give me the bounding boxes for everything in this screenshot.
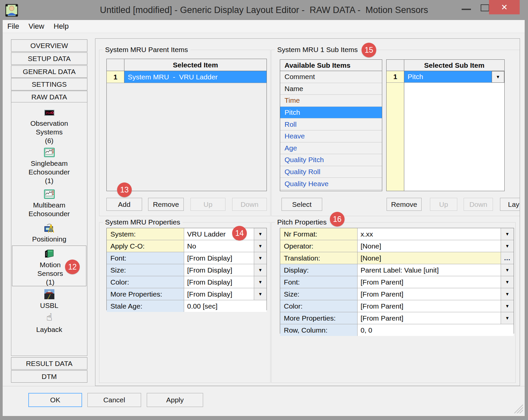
dropdown-arrow-icon[interactable]: ▼ xyxy=(501,264,514,276)
window-frame-right xyxy=(525,20,528,420)
list-item-quality-roll[interactable]: Quality Roll xyxy=(280,166,382,178)
dropdown-arrow-icon[interactable]: ▼ xyxy=(254,252,267,264)
list-item-time[interactable]: Time xyxy=(280,95,382,107)
color-value[interactable]: [From Parent] xyxy=(358,300,501,312)
dropdown-arrow-icon[interactable]: ▼ xyxy=(254,228,267,240)
dropdown-arrow-icon[interactable]: ▼ xyxy=(501,276,514,288)
positioning-icon xyxy=(44,223,55,234)
list-item-roll[interactable]: Roll xyxy=(280,118,382,130)
selected-sub-item-header: Selected Sub Item xyxy=(404,60,504,71)
list-item-heave[interactable]: Heave xyxy=(280,130,382,142)
footer-divider xyxy=(3,386,525,386)
size-value[interactable]: [From Display] xyxy=(184,264,254,276)
row-number: 1 xyxy=(107,71,124,83)
usbl-ship-icon xyxy=(44,289,55,300)
menu-file[interactable]: File xyxy=(3,20,24,33)
property-row-nr-format: Nr Format: x.xx ▼ xyxy=(280,228,514,240)
apply-co-value[interactable]: No xyxy=(184,240,254,252)
down-button: Down xyxy=(232,198,267,211)
close-button[interactable]: ✕ xyxy=(489,0,520,14)
sidebar-item-singlebeam-echosounder[interactable]: Singlebeam Echosounder (1) xyxy=(11,159,87,185)
layout-button[interactable]: Lay xyxy=(500,198,520,211)
dropdown-arrow-icon[interactable]: ▼ xyxy=(501,288,514,300)
item-count: (6) xyxy=(11,136,87,145)
selected-item-value[interactable]: System MRU - VRU Ladder xyxy=(124,71,267,83)
list-item-name[interactable]: Name xyxy=(280,83,382,95)
row-column-value[interactable]: 0, 0 xyxy=(358,324,514,336)
window-frame-left xyxy=(0,20,3,420)
sidebar-item-usbl[interactable]: USBL xyxy=(11,301,87,310)
color-value[interactable]: [From Display] xyxy=(184,276,254,288)
dropdown-arrow-icon[interactable]: ▼ xyxy=(492,71,504,83)
remove-button[interactable]: Remove xyxy=(148,198,184,211)
property-row-size: Size: [From Parent] ▼ xyxy=(280,288,514,300)
font-value[interactable]: [From Parent] xyxy=(358,276,501,288)
up-button: Up xyxy=(190,198,225,211)
sidebar-item-general-data[interactable]: GENERAL DATA xyxy=(11,65,87,78)
list-item-pitch[interactable]: Pitch xyxy=(280,107,382,119)
selected-sub-item-value[interactable]: Pitch xyxy=(404,71,492,83)
table-row[interactable]: 1 System MRU - VRU Ladder xyxy=(107,71,267,83)
sidebar-item-observation-systems[interactable]: Observation Systems (6) xyxy=(11,119,87,145)
add-button[interactable]: Add xyxy=(106,198,142,211)
resize-grip[interactable] xyxy=(511,401,523,413)
ok-button[interactable]: OK xyxy=(28,393,82,407)
sidebar-item-positioning[interactable]: Positioning xyxy=(11,235,87,244)
group-label: System MRU Properties xyxy=(103,218,182,226)
property-row-font: Font: [From Display] ▼ xyxy=(107,252,267,264)
nr-format-value[interactable]: x.xx xyxy=(358,228,501,240)
apply-button[interactable]: Apply xyxy=(147,393,203,407)
operator-value[interactable]: [None] xyxy=(358,240,501,252)
property-row-color: Color: [From Display] ▼ xyxy=(107,276,267,288)
dropdown-arrow-icon[interactable]: ▼ xyxy=(254,288,267,300)
remove-sub-button[interactable]: Remove xyxy=(387,198,422,211)
dropdown-arrow-icon[interactable]: ▼ xyxy=(254,276,267,288)
maximize-icon[interactable] xyxy=(481,4,489,11)
sidebar-item-dtm[interactable]: DTM xyxy=(11,370,87,383)
property-row-more-properties: More Properties: [From Display] ▼ xyxy=(107,288,267,300)
list-item-age[interactable]: Age xyxy=(280,142,382,154)
dropdown-arrow-icon[interactable]: ▼ xyxy=(501,312,514,324)
more-properties-value[interactable]: [From Parent] xyxy=(358,312,501,324)
selected-sub-item-table: Selected Sub Item 1 Pitch ▼ xyxy=(386,59,505,191)
dropdown-arrow-icon[interactable]: ▼ xyxy=(501,300,514,312)
sidebar-item-settings[interactable]: SETTINGS xyxy=(11,78,87,90)
menu-help[interactable]: Help xyxy=(49,20,73,33)
more-properties-value[interactable]: [From Display] xyxy=(184,288,254,300)
item-label: USBL xyxy=(11,301,87,310)
row-number: 1 xyxy=(387,71,404,83)
property-row-row-column: Row, Column: 0, 0 xyxy=(280,324,514,336)
sidebar-item-multibeam-echosounder[interactable]: Multibeam Echosounder xyxy=(11,201,87,218)
minimize-icon[interactable] xyxy=(462,9,471,10)
cancel-button[interactable]: Cancel xyxy=(87,393,141,407)
list-item-quality-heave[interactable]: Quality Heave xyxy=(280,178,382,190)
table-row[interactable]: 1 Pitch ▼ xyxy=(387,71,504,83)
sidebar-item-raw-data[interactable]: RAW DATA xyxy=(11,91,87,103)
sidebar-item-setup-data[interactable]: SETUP DATA xyxy=(11,52,87,65)
ellipsis-button[interactable]: … xyxy=(501,252,514,264)
menu-view[interactable]: View xyxy=(24,20,49,33)
hand-cursor-icon: ☝ xyxy=(44,312,55,323)
dropdown-arrow-icon[interactable]: ▼ xyxy=(501,240,514,252)
stale-age-value[interactable]: 0.00 [sec] xyxy=(184,300,267,312)
sidebar-item-overview[interactable]: OVERVIEW xyxy=(11,39,87,52)
annotation-badge-15: 15 xyxy=(362,43,376,57)
sidebar-item-layback[interactable]: Layback xyxy=(11,325,87,334)
display-value[interactable]: Parent Label: Value [unit] xyxy=(358,264,501,276)
list-item-quality-pitch[interactable]: Quality Pitch xyxy=(280,154,382,166)
list-item-comment[interactable]: Comment xyxy=(280,71,382,83)
up-sub-button: Up xyxy=(430,198,457,211)
pitch-properties-grid: Nr Format: x.xx ▼ Operator: [None] ▼ Tra… xyxy=(280,228,514,334)
dropdown-arrow-icon[interactable]: ▼ xyxy=(254,264,267,276)
parent-items-table: Selected Item 1 System MRU - VRU Ladder xyxy=(106,59,267,191)
font-value[interactable]: [From Display] xyxy=(184,252,254,264)
property-row-operator: Operator: [None] ▼ xyxy=(280,240,514,252)
select-button[interactable]: Select xyxy=(282,198,322,211)
available-sub-items-header: Available Sub Items xyxy=(280,60,382,71)
dropdown-arrow-icon[interactable]: ▼ xyxy=(501,228,514,240)
size-value[interactable]: [From Parent] xyxy=(358,288,501,300)
window-frame-bottom xyxy=(0,416,528,420)
sidebar-item-result-data[interactable]: RESULT DATA xyxy=(11,357,87,370)
translation-value[interactable]: [None] xyxy=(358,252,501,264)
dropdown-arrow-icon[interactable]: ▼ xyxy=(254,240,267,252)
